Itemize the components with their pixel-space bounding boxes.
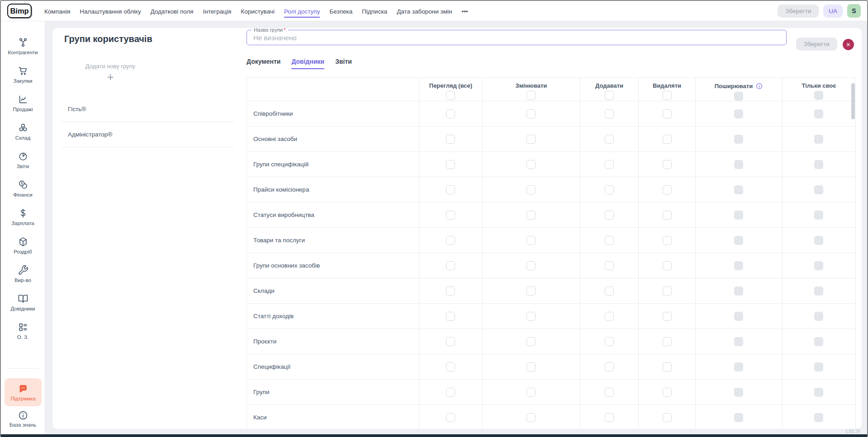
permission-checkbox[interactable] [526, 185, 536, 194]
brand-logo[interactable]: Bimp [7, 4, 32, 18]
permission-checkbox[interactable] [446, 135, 455, 144]
info-icon[interactable] [755, 82, 763, 90]
permission-checkbox[interactable] [605, 413, 614, 422]
permission-checkbox[interactable] [526, 312, 536, 321]
permission-checkbox[interactable] [526, 236, 536, 245]
permission-checkbox[interactable] [605, 109, 614, 118]
permission-checkbox[interactable] [526, 337, 536, 346]
scrollbar-thumb[interactable] [851, 83, 855, 119]
warehouse-icon [18, 122, 28, 133]
permission-checkbox[interactable] [605, 236, 614, 245]
permission-checkbox[interactable] [663, 185, 672, 194]
permission-checkbox[interactable] [526, 91, 536, 100]
sidebar-item-coins[interactable]: Фінанси [1, 179, 45, 208]
nav-item[interactable]: Ролі доступу [284, 4, 320, 18]
permission-checkbox[interactable] [605, 261, 614, 270]
permission-checkbox[interactable] [446, 91, 455, 100]
sidebar-item-support[interactable]: Підтримка [5, 378, 42, 406]
nav-item[interactable]: Компанія [44, 4, 70, 18]
table-row: Склади [247, 278, 856, 304]
nav-item[interactable]: Додаткові поля [151, 4, 194, 18]
sidebar-item-wrench[interactable]: Вир-во [1, 265, 45, 293]
permission-checkbox[interactable] [605, 312, 614, 321]
tab[interactable]: Довідники [291, 58, 324, 69]
group-item[interactable]: Адміністратор® [62, 122, 234, 147]
permission-checkbox[interactable] [526, 211, 536, 220]
permission-checkbox[interactable] [446, 362, 455, 371]
save-group-button[interactable]: Зберегти [796, 38, 837, 51]
sidebar-item-cube[interactable]: Роздріб [1, 236, 45, 265]
nav-item[interactable]: Користувачі [241, 4, 275, 18]
permission-checkbox[interactable] [446, 413, 455, 422]
row-label: Проєкти [247, 329, 419, 354]
user-avatar[interactable]: S [847, 4, 861, 18]
sidebar-item-warehouse[interactable]: Склад [1, 122, 45, 151]
permission-checkbox[interactable] [605, 135, 614, 144]
permission-checkbox[interactable] [605, 91, 614, 100]
close-icon[interactable]: ✕ [843, 39, 854, 50]
tab[interactable]: Документи [247, 58, 280, 69]
sidebar-item-pie[interactable]: Звіти [1, 151, 45, 179]
permission-checkbox[interactable] [526, 109, 536, 118]
nav-item[interactable]: Інтеграція [203, 4, 232, 18]
permission-cell [783, 177, 856, 202]
permission-checkbox[interactable] [663, 287, 672, 296]
permission-checkbox[interactable] [526, 388, 536, 397]
permission-checkbox[interactable] [605, 185, 614, 194]
permission-checkbox[interactable] [446, 337, 455, 346]
permission-checkbox[interactable] [605, 287, 614, 296]
permission-checkbox[interactable] [663, 135, 672, 144]
permission-checkbox[interactable] [663, 337, 672, 346]
tab[interactable]: Звіти [335, 58, 352, 69]
permission-checkbox[interactable] [446, 160, 455, 169]
sidebar-item-cart[interactable]: Закупки [1, 66, 45, 94]
permission-checkbox[interactable] [446, 211, 455, 220]
permission-checkbox[interactable] [663, 413, 672, 422]
permission-cell [483, 304, 580, 329]
row-label: Каси [247, 405, 419, 429]
permission-checkbox[interactable] [446, 312, 455, 321]
permission-checkbox[interactable] [663, 388, 672, 397]
permission-checkbox[interactable] [663, 109, 672, 118]
permission-checkbox[interactable] [605, 160, 614, 169]
sidebar-item-grid[interactable]: О. З. [1, 322, 45, 350]
permission-checkbox[interactable] [663, 211, 672, 220]
permission-checkbox[interactable] [446, 388, 455, 397]
permission-checkbox[interactable] [446, 261, 455, 270]
nav-item[interactable]: Безпека [329, 4, 352, 18]
language-switcher[interactable]: UA [823, 5, 843, 18]
nav-item[interactable]: Підписка [362, 4, 387, 18]
save-button-top[interactable]: Зберегти [778, 5, 819, 18]
permission-checkbox[interactable] [526, 413, 536, 422]
sidebar-item-partners[interactable]: Контрагенти [1, 37, 45, 66]
permission-checkbox[interactable] [663, 312, 672, 321]
sidebar-item-chart[interactable]: Продажі [1, 94, 45, 122]
permission-checkbox[interactable] [526, 287, 536, 296]
group-name-input[interactable] [247, 30, 786, 45]
add-group-button[interactable]: Додати нову групу + [62, 63, 159, 83]
permission-checkbox[interactable] [526, 160, 536, 169]
permission-checkbox[interactable] [605, 388, 614, 397]
permission-checkbox[interactable] [663, 362, 672, 371]
permission-checkbox[interactable] [526, 261, 536, 270]
permission-checkbox[interactable] [605, 211, 614, 220]
permission-checkbox[interactable] [663, 91, 672, 100]
more-menu[interactable]: ••• [461, 4, 468, 18]
permission-checkbox[interactable] [605, 337, 614, 346]
permission-checkbox[interactable] [663, 160, 672, 169]
permission-checkbox[interactable] [446, 185, 455, 194]
permission-checkbox[interactable] [526, 135, 536, 144]
permission-checkbox[interactable] [446, 236, 455, 245]
permission-checkbox[interactable] [663, 261, 672, 270]
nav-item[interactable]: Налаштування обліку [80, 4, 141, 18]
sidebar-item-dollar[interactable]: Зарплата [1, 208, 45, 236]
sidebar-item-knowledge-base[interactable]: База знань [1, 410, 45, 428]
nav-item[interactable]: Дата заборони змін [397, 4, 452, 18]
group-item[interactable]: Гість® [62, 97, 234, 122]
permission-checkbox[interactable] [526, 362, 536, 371]
permission-checkbox[interactable] [446, 287, 455, 296]
permission-checkbox[interactable] [605, 362, 614, 371]
sidebar-item-book[interactable]: Довідники [1, 293, 45, 322]
permission-checkbox[interactable] [663, 236, 672, 245]
permission-checkbox[interactable] [446, 109, 455, 118]
